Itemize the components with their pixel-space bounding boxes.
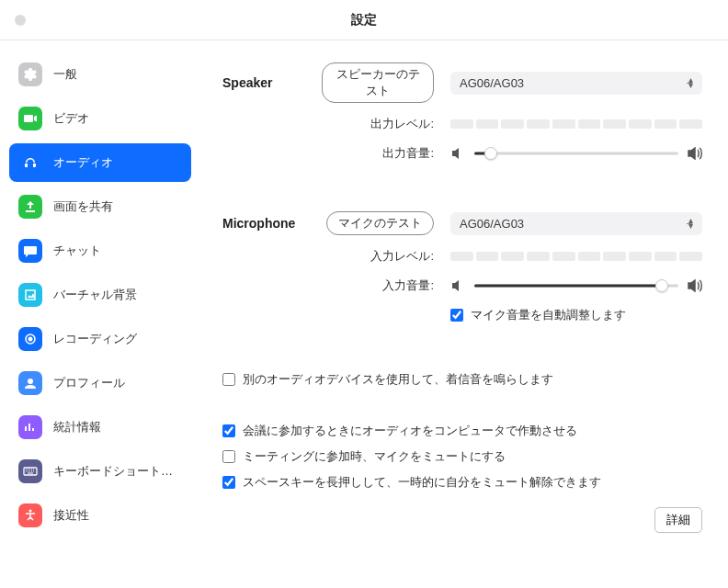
sidebar-item-label: 一般 <box>53 66 77 83</box>
output-volume-label: 出力音量: <box>322 145 434 162</box>
sidebar-item-label: チャット <box>53 243 101 259</box>
sidebar-item-label: レコーディング <box>53 331 137 347</box>
sidebar-item-label: ビデオ <box>53 110 89 127</box>
audio-icon <box>18 151 42 175</box>
window-controls <box>15 15 26 26</box>
video-icon <box>18 107 42 130</box>
speaker-device-select[interactable]: AG06/AG03 ▴▾ <box>450 72 702 95</box>
close-dot[interactable] <box>15 15 26 26</box>
space-to-unmute-checkbox[interactable]: スペースキーを長押しして、一時的に自分をミュート解除できます <box>222 474 702 491</box>
sidebar-item-label: プロフィール <box>53 375 125 391</box>
mic-device-select[interactable]: AG06/AG03 ▴▾ <box>450 212 702 235</box>
sidebar-item-stats[interactable]: 統計情報 <box>9 408 191 447</box>
input-level-meter <box>450 252 702 261</box>
mute-on-join-checkbox[interactable]: ミーティングに参加時、マイクをミュートにする <box>222 448 702 465</box>
sidebar-item-keyboard[interactable]: キーボードショートカ… <box>9 452 191 491</box>
stats-icon <box>18 415 42 439</box>
output-volume-slider[interactable] <box>474 146 678 161</box>
sidebar-item-video[interactable]: ビデオ <box>9 99 191 138</box>
body: 一般ビデオオーディオ画面を共有チャットバーチャル背景レコーディングプロフィール統… <box>0 40 728 588</box>
content-audio: Speaker スピーカーのテスト AG06/AG03 ▴▾ 出力レベル: <box>200 40 728 588</box>
svg-point-1 <box>28 337 33 342</box>
settings-window: 設定 一般ビデオオーディオ画面を共有チャットバーチャル背景レコーディングプロフィ… <box>0 0 728 588</box>
ring-separate-device-checkbox[interactable]: 別のオーディオデバイスを使用して、着信音を鳴らします <box>222 371 702 388</box>
auto-adjust-mic-checkbox[interactable]: マイク音量を自動調整します <box>450 307 626 323</box>
titlebar: 設定 <box>0 0 728 40</box>
sidebar-item-share[interactable]: 画面を共有 <box>9 187 191 226</box>
sidebar-item-label: 統計情報 <box>53 419 101 435</box>
sidebar-item-access[interactable]: 接近性 <box>9 496 191 535</box>
sidebar-item-label: バーチャル背景 <box>53 287 137 303</box>
sidebar-item-label: 画面を共有 <box>53 198 113 215</box>
join-with-computer-audio-checkbox[interactable]: 会議に参加するときにオーディオをコンピュータで作動させる <box>222 423 702 439</box>
chevron-updown-icon: ▴▾ <box>688 77 693 88</box>
speaker-device-value: AG06/AG03 <box>460 76 524 90</box>
sidebar-item-gear[interactable]: 一般 <box>9 55 191 94</box>
svg-point-4 <box>29 510 32 513</box>
window-title: 設定 <box>351 12 377 28</box>
sidebar-item-record[interactable]: レコーディング <box>9 320 191 358</box>
sidebar-item-profile[interactable]: プロフィール <box>9 364 191 402</box>
virtual-icon <box>18 283 42 307</box>
chat-icon <box>18 239 42 263</box>
share-icon <box>18 195 42 219</box>
sidebar-item-label: オーディオ <box>53 154 113 171</box>
advanced-button[interactable]: 詳細 <box>654 507 702 533</box>
microphone-heading: Microphone <box>222 216 322 231</box>
record-icon <box>18 327 42 351</box>
sidebar: 一般ビデオオーディオ画面を共有チャットバーチャル背景レコーディングプロフィール統… <box>0 40 200 588</box>
access-icon <box>18 503 42 527</box>
output-level-label: 出力レベル: <box>322 116 434 132</box>
volume-high-icon <box>688 279 702 292</box>
sidebar-item-label: キーボードショートカ… <box>53 463 182 480</box>
gear-icon <box>18 62 42 86</box>
input-volume-slider[interactable] <box>474 278 678 293</box>
output-level-meter <box>450 119 702 129</box>
sidebar-item-label: 接近性 <box>53 507 89 524</box>
test-mic-button[interactable]: マイクのテスト <box>326 211 434 235</box>
profile-icon <box>18 371 42 395</box>
sidebar-item-audio[interactable]: オーディオ <box>9 143 191 182</box>
keyboard-icon <box>18 459 42 483</box>
volume-high-icon <box>688 147 702 160</box>
test-speaker-button[interactable]: スピーカーのテスト <box>322 62 434 103</box>
volume-low-icon <box>450 147 465 160</box>
input-volume-label: 入力音量: <box>322 277 434 294</box>
sidebar-item-chat[interactable]: チャット <box>9 232 191 270</box>
input-level-label: 入力レベル: <box>322 248 434 265</box>
svg-point-2 <box>28 379 33 384</box>
chevron-updown-icon: ▴▾ <box>688 218 693 229</box>
speaker-heading: Speaker <box>222 75 322 90</box>
sidebar-item-virtual[interactable]: バーチャル背景 <box>9 276 191 314</box>
volume-low-icon <box>450 279 465 292</box>
mic-device-value: AG06/AG03 <box>460 217 524 231</box>
